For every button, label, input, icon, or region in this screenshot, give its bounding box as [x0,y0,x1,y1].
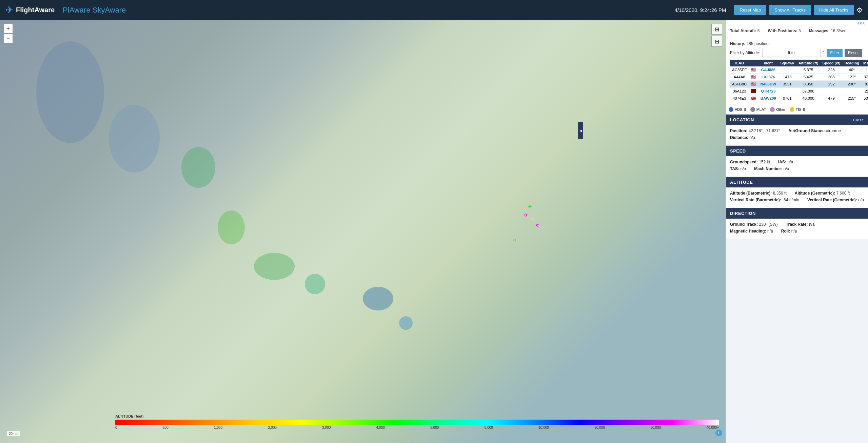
signal-legend: ADS-B MLAT Other TIS-B [726,105,868,114]
altitude-tick-labels: 0 500 1,000 2,000 3,000 4,000 6,000 8,00… [115,426,719,429]
air-ground-item: Air/Ground Status: airborne [788,128,841,133]
mach-value: n/a [784,166,789,171]
aircraft-marker[interactable]: ✈ [524,212,528,218]
cell-ident: BAW209 [758,95,778,102]
altitude-tick: 20,000 [594,426,605,429]
altitude-tick: 3,000 [322,426,331,429]
distance-value: n/a [749,135,755,140]
cell-altitude: 5,425 [796,74,821,81]
zoom-out-button[interactable]: − [3,34,13,43]
ground-track-value: 230° (SW) [759,222,777,227]
baro-altitude-label: Altitude (Barometric): [730,191,772,196]
cell-ident: N485DW [758,81,778,88]
geo-altitude-value: 7,600 ft [836,191,850,196]
mag-heading-value: n/a [767,229,773,234]
direction-panel-header: DIRECTION [726,208,868,219]
aircraft-ident-link[interactable]: N485DW [760,82,776,86]
altitude-tick: 30,000 [650,426,661,429]
cell-heading: 122° [843,74,861,81]
altitude-tick: 10,000 [538,426,549,429]
altitude-tick: 4,000 [376,426,385,429]
location-close-button[interactable]: Close [853,118,864,122]
table-row[interactable]: A44A8🇺🇸LXJ37614735,425268122°37871 [730,74,868,81]
direction-panel: DIRECTION Ground Track: 230° (SW) Track … [726,208,868,239]
filter-row: Filter by Altitude: ft to ft Filter Rese… [730,49,864,57]
zoom-in-button[interactable]: + [3,24,13,33]
altitude-tick: 1,000 [214,426,222,429]
filter-reset-button[interactable]: Reset [845,49,862,57]
table-row[interactable]: 06A123QTR72637,00022643 [730,88,868,95]
vrate-geo-value: n/a [858,198,864,202]
aircraft-marker-selected[interactable]: ✈ [533,222,541,229]
ground-track-item: Ground Track: 230° (SW) [730,222,778,227]
aircraft-ident-link[interactable]: BAW209 [761,96,776,100]
cell-msgs: 16 [861,66,868,74]
aircraft-section: Total Aircraft: 5 With Positions: 3 Mess… [726,26,868,105]
map-container[interactable]: + − ⊞ ⊟ ◂ ✈ ✈ ✈ ✈ ✈ ALTITUDE (feet) 0 50… [0,20,726,443]
other-legend: Other [770,107,786,112]
col-icao: ICAO [730,60,749,66]
app-name: PiAware [63,6,91,14]
aircraft-marker[interactable]: ✈ [513,237,517,243]
filter-to-input[interactable] [797,49,821,57]
location-panel-header: LOCATION Close [726,115,868,125]
map-background: + − ⊞ ⊟ ◂ ✈ ✈ ✈ ✈ ✈ ALTITUDE (feet) 0 50… [0,20,726,443]
cell-squawk: 1473 [778,74,796,81]
table-header-row: ICAO Ident Squawk Altitude (ft) Speed (k… [730,60,868,66]
table-row[interactable]: AC35EF🇺🇸GAJ8865,37522840°162 [730,66,868,74]
track-rate-item: Track Rate: n/a [786,222,815,227]
hide-all-tracks-button[interactable]: Hide All Tracks [814,5,854,15]
filter-button[interactable]: Filter [827,49,843,57]
table-row[interactable]: A5FB8C🇺🇸N485DW35518,350152230°8328 [730,81,868,88]
other-dot [770,107,775,112]
cell-ident: QTR726 [758,88,778,95]
map-grid-icon[interactable]: ⊟ [711,36,722,47]
info-icon[interactable]: i [715,429,722,436]
tisb-dot [790,107,794,112]
col-flag [749,60,758,66]
vrate-geo-item: Vertical Rate (Geometric): n/a [807,198,864,202]
aircraft-table: ICAO Ident Squawk Altitude (ft) Speed (k… [730,60,868,102]
show-all-tracks-button[interactable]: Show All Tracks [769,5,811,15]
aircraft-ident-link[interactable]: QTR726 [761,89,775,93]
aircraft-table-body: AC35EF🇺🇸GAJ8865,37522840°162A44A8🇺🇸LXJ37… [730,66,868,102]
settings-gear-icon[interactable]: ⚙ [856,6,863,14]
cell-altitude: 5,375 [796,66,821,74]
aircraft-ident-link[interactable]: GAJ886 [761,68,775,72]
cell-flag: 🇺🇸 [749,74,758,81]
reset-map-button[interactable]: Reset Map [734,5,766,15]
direction-title: DIRECTION [730,211,756,216]
history-value: 485 positions [747,41,771,46]
altitude-color-bar [115,420,719,425]
aircraft-marker[interactable]: ✈ [531,216,535,222]
collapse-panel-button[interactable]: ◂ [578,122,583,139]
adsb-legend: ADS-B [729,107,746,112]
with-positions-label: With Positions: [768,28,797,33]
cell-altitude: 40,000 [796,95,821,102]
logo-text: FlightAware [16,6,55,14]
speed-panel-body: Groundspeed: 152 kt IAS: n/a TAS: n/a Ma… [726,156,868,177]
position-item: Position: 42.218°, -71.637° [730,128,780,133]
filter-from-input[interactable] [762,49,786,57]
cell-heading: 215° [843,95,861,102]
altitude-panel-body: Altitude (Barometric): 8,350 ft Altitude… [726,187,868,208]
filter-ft-label: ft [823,51,825,55]
mlat-dot [750,107,755,112]
version-number: 3.8.0 [726,20,868,26]
cell-icao: A44A8 [730,74,749,81]
aircraft-ident-link[interactable]: LXJ376 [762,75,775,79]
map-frame-icon[interactable]: ⊞ [711,24,722,35]
vrate-geo-label: Vertical Rate (Geometric): [807,198,857,202]
speed-row2: TAS: n/a Mach Number: n/a [730,166,864,171]
roll-label: Roll: [781,229,790,234]
cell-ident: GAJ886 [758,66,778,74]
right-panel: 3.8.0 Total Aircraft: 5 With Positions: … [726,20,868,443]
cell-speed: 152 [820,81,842,88]
cell-speed: 268 [820,74,842,81]
app-subtitle: SkyAware [93,6,126,14]
altitude-title: ALTITUDE [730,180,753,185]
col-squawk: Squawk [778,60,796,66]
table-row[interactable]: 4074E3🇬🇧BAW209070140,000479215°50650 [730,95,868,102]
aircraft-marker[interactable]: ✈ [528,203,532,209]
mlat-label: MLAT [756,107,766,112]
